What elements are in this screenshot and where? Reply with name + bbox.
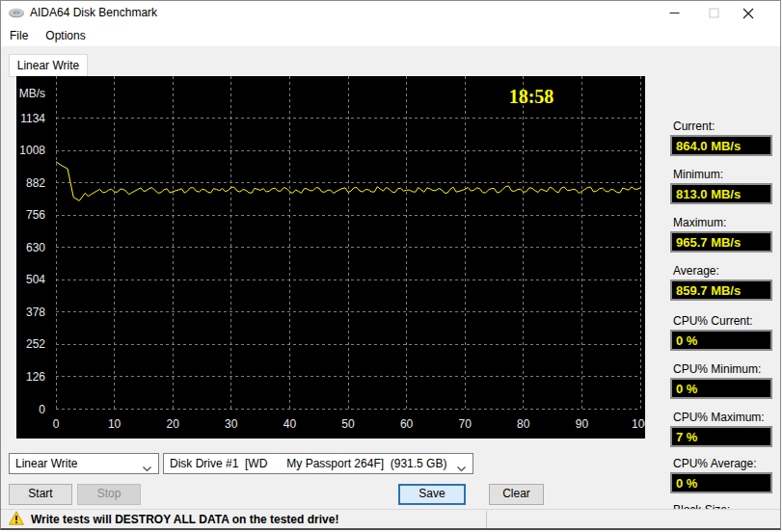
stat-value: 7 % bbox=[670, 426, 772, 447]
stat-value: 864.0 MB/s bbox=[670, 135, 772, 156]
stat-cpu-current: CPU% Current: 0 % bbox=[670, 314, 774, 351]
svg-text:50: 50 bbox=[341, 417, 355, 431]
stat-value: 859.7 MB/s bbox=[670, 279, 772, 301]
statusbar-divider bbox=[486, 511, 487, 528]
svg-text:126: 126 bbox=[26, 370, 45, 384]
chart-container: MB/s113410088827566305043782521260010203… bbox=[16, 76, 645, 439]
stat-minimum: Minimum: 813.0 MB/s bbox=[670, 168, 774, 204]
warning-icon bbox=[9, 511, 24, 528]
svg-text:756: 756 bbox=[26, 208, 45, 222]
stat-cpu-minimum: CPU% Minimum: 0 % bbox=[670, 362, 774, 399]
status-bar: Write tests will DESTROY ALL DATA on the… bbox=[1, 509, 780, 529]
stat-value: 965.7 MB/s bbox=[670, 231, 772, 253]
svg-text:70: 70 bbox=[459, 417, 472, 431]
svg-text:10: 10 bbox=[108, 417, 122, 431]
stat-average: Average: 859.7 MB/s bbox=[670, 264, 774, 301]
svg-text:30: 30 bbox=[225, 417, 238, 431]
svg-text:882: 882 bbox=[26, 176, 45, 190]
svg-text:1134: 1134 bbox=[20, 112, 45, 125]
stat-value: 0 % bbox=[670, 472, 772, 493]
app-icon bbox=[8, 6, 25, 23]
menu-bar: File Options bbox=[1, 25, 780, 46]
work-area: Linear Write MB/s11341008882756630504378… bbox=[1, 46, 780, 509]
stat-label: CPU% Current: bbox=[673, 314, 774, 328]
close-button[interactable] bbox=[729, 1, 768, 25]
svg-text:20: 20 bbox=[167, 417, 180, 431]
stat-value: 813.0 MB/s bbox=[670, 183, 772, 204]
benchmark-chart: MB/s113410088827566305043782521260010203… bbox=[16, 76, 645, 439]
stop-button[interactable]: Stop bbox=[77, 484, 141, 505]
stat-maximum: Maximum: 965.7 MB/s bbox=[670, 216, 774, 253]
svg-text:252: 252 bbox=[26, 337, 45, 351]
stat-label: CPU% Maximum: bbox=[673, 411, 774, 424]
chevron-down-icon bbox=[457, 462, 466, 475]
clear-button[interactable]: Clear bbox=[489, 484, 544, 505]
minimize-icon bbox=[669, 8, 680, 18]
save-button[interactable]: Save bbox=[398, 484, 466, 505]
stat-cpu-maximum: CPU% Maximum: 7 % bbox=[670, 411, 774, 447]
svg-text:0: 0 bbox=[39, 403, 45, 416]
svg-text:MB/s: MB/s bbox=[19, 87, 45, 100]
test-type-value: Linear Write bbox=[15, 457, 77, 470]
warning-text: Write tests will DESTROY ALL DATA on the… bbox=[31, 513, 338, 526]
svg-text:40: 40 bbox=[284, 417, 297, 431]
start-button[interactable]: Start bbox=[9, 484, 72, 505]
title-bar[interactable]: AIDA64 Disk Benchmark bbox=[1, 1, 780, 25]
stats-panel: Current: 864.0 MB/s Minimum: 813.0 MB/s … bbox=[670, 46, 776, 509]
window-title: AIDA64 Disk Benchmark bbox=[30, 6, 157, 19]
stat-label: CPU% Minimum: bbox=[673, 362, 774, 376]
menu-file[interactable]: File bbox=[1, 26, 37, 45]
stat-label: Minimum: bbox=[673, 168, 774, 181]
maximize-button bbox=[694, 1, 733, 25]
stat-label: CPU% Average: bbox=[673, 457, 774, 470]
svg-text:60: 60 bbox=[400, 417, 414, 431]
stat-value: 0 % bbox=[670, 330, 772, 351]
chevron-down-icon bbox=[143, 462, 151, 475]
close-icon bbox=[742, 8, 754, 19]
drive-dropdown[interactable]: Disk Drive #1 [WD My Passport 264F] (931… bbox=[163, 453, 473, 474]
tab-linear-write[interactable]: Linear Write bbox=[9, 54, 88, 77]
svg-text:1008: 1008 bbox=[19, 144, 45, 157]
maximize-icon bbox=[709, 8, 719, 18]
stat-label: Maximum: bbox=[673, 216, 774, 229]
stat-value: 0 % bbox=[670, 378, 772, 399]
svg-text:100 %: 100 % bbox=[632, 417, 645, 431]
menu-options[interactable]: Options bbox=[37, 26, 94, 45]
svg-text:504: 504 bbox=[26, 273, 45, 286]
stat-label: Average: bbox=[673, 264, 774, 278]
app-window: AIDA64 Disk Benchmark File Options Linea… bbox=[0, 0, 781, 530]
stat-current: Current: 864.0 MB/s bbox=[670, 120, 774, 156]
elapsed-time: 18:58 bbox=[509, 86, 554, 107]
minimize-button[interactable] bbox=[655, 1, 693, 25]
stat-label: Current: bbox=[673, 120, 774, 133]
svg-text:90: 90 bbox=[576, 417, 589, 431]
drive-value: Disk Drive #1 [WD My Passport 264F] (931… bbox=[170, 457, 446, 470]
svg-text:0: 0 bbox=[53, 417, 60, 431]
svg-text:630: 630 bbox=[26, 241, 45, 254]
test-type-dropdown[interactable]: Linear Write bbox=[9, 453, 159, 474]
svg-text:378: 378 bbox=[26, 306, 45, 319]
svg-text:80: 80 bbox=[517, 417, 530, 431]
stat-cpu-average: CPU% Average: 0 % bbox=[670, 457, 774, 493]
